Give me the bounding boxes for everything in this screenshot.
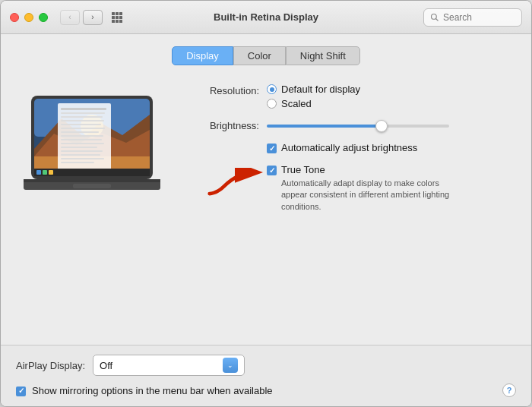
window-title: Built-in Retina Display (214, 11, 318, 23)
svg-rect-22 (61, 150, 103, 152)
true-tone-checkbox[interactable]: ✓ (267, 166, 277, 175)
mirroring-row: ✓ Show mirroring options in the menu bar… (16, 383, 516, 397)
chevron-down-icon: ⌄ (227, 361, 233, 369)
main-panel: Resolution: Default for display Scaled (16, 80, 516, 345)
svg-rect-20 (61, 143, 104, 144)
brightness-slider-track (267, 125, 449, 128)
svg-point-0 (432, 14, 437, 19)
true-tone-row: ✓ True Tone Automatically adapt display … (267, 164, 516, 213)
svg-rect-15 (61, 124, 101, 125)
tab-color[interactable]: Color (233, 46, 286, 65)
titlebar: ‹ › Built-in Retina Display (1, 1, 531, 34)
red-arrow-icon (206, 168, 263, 198)
svg-rect-11 (61, 108, 106, 110)
brightness-slider-thumb[interactable] (375, 120, 388, 132)
search-input[interactable] (443, 12, 515, 23)
settings-panel: Resolution: Default for display Scaled (183, 80, 516, 213)
svg-line-1 (436, 18, 439, 21)
tab-night-shift[interactable]: Night Shift (286, 46, 360, 65)
true-tone-check-icon: ✓ (269, 167, 275, 175)
svg-rect-25 (61, 162, 94, 163)
nav-buttons: ‹ › (60, 10, 103, 25)
airplay-dropdown-icon: ⌄ (223, 358, 238, 373)
brightness-slider-container (267, 125, 449, 128)
svg-rect-21 (61, 147, 97, 148)
airplay-select[interactable]: Off ⌄ (93, 355, 245, 376)
svg-rect-16 (61, 128, 105, 129)
search-box[interactable] (423, 8, 522, 27)
search-icon (430, 13, 439, 22)
resolution-scaled-option[interactable]: Scaled (267, 98, 360, 109)
mirroring-checkbox[interactable]: ✓ (16, 386, 26, 396)
svg-rect-28 (43, 170, 47, 175)
help-button[interactable]: ? (502, 383, 516, 397)
minimize-button[interactable] (24, 13, 33, 22)
resolution-label: Resolution: (183, 84, 259, 96)
tab-display[interactable]: Display (172, 46, 233, 65)
auto-brightness-text-container: Automatically adjust brightness (281, 142, 417, 153)
svg-rect-17 (61, 131, 99, 133)
resolution-scaled-radio[interactable] (267, 99, 277, 109)
svg-rect-14 (61, 120, 104, 121)
svg-rect-24 (61, 158, 104, 159)
auto-brightness-row: ✓ Automatically adjust brightness (267, 142, 516, 153)
auto-brightness-label: Automatically adjust brightness (281, 142, 417, 153)
svg-rect-18 (61, 135, 103, 137)
svg-rect-12 (61, 112, 105, 114)
resolution-default-label: Default for display (281, 84, 360, 95)
airplay-value: Off (100, 360, 223, 371)
airplay-label: AirPlay Display: (16, 360, 85, 371)
true-tone-label: True Tone (281, 164, 325, 175)
svg-rect-27 (36, 170, 41, 175)
brightness-label: Brightness: (183, 120, 259, 131)
maximize-button[interactable] (39, 13, 48, 22)
resolution-default-radio[interactable] (267, 84, 277, 94)
svg-rect-29 (49, 170, 53, 175)
grid-icon (112, 12, 122, 23)
svg-rect-23 (61, 154, 100, 156)
svg-rect-13 (61, 116, 103, 118)
resolution-row: Resolution: Default for display Scaled (183, 84, 516, 109)
mirroring-label: Show mirroring options in the menu bar w… (32, 385, 273, 396)
resolution-scaled-label: Scaled (281, 98, 312, 109)
airplay-row: AirPlay Display: Off ⌄ (16, 355, 516, 376)
svg-rect-31 (24, 179, 160, 182)
resolution-controls: Default for display Scaled (267, 84, 360, 109)
back-button[interactable]: ‹ (60, 10, 80, 25)
tabs: Display Color Night Shift (16, 46, 516, 65)
svg-rect-32 (73, 184, 111, 188)
forward-button[interactable]: › (83, 10, 103, 25)
window: ‹ › Built-in Retina Display Display Colo… (0, 0, 532, 407)
grid-button[interactable] (107, 10, 127, 25)
svg-rect-19 (61, 139, 102, 140)
bottom-bar: AirPlay Display: Off ⌄ ✓ Show mirroring … (1, 345, 531, 406)
true-tone-description: Automatically adapt display to make colo… (281, 178, 464, 213)
traffic-lights (10, 13, 48, 22)
true-tone-text-container: True Tone Automatically adapt display to… (281, 164, 464, 213)
auto-brightness-checkbox[interactable]: ✓ (267, 144, 277, 153)
brightness-row: Brightness: (183, 120, 516, 131)
content: Display Color Night Shift (1, 34, 531, 345)
laptop-illustration (16, 80, 168, 210)
resolution-default-option[interactable]: Default for display (267, 84, 360, 95)
mirroring-check-icon: ✓ (18, 387, 24, 395)
close-button[interactable] (10, 13, 19, 22)
laptop-container (16, 80, 168, 212)
auto-brightness-check-icon: ✓ (269, 145, 275, 153)
